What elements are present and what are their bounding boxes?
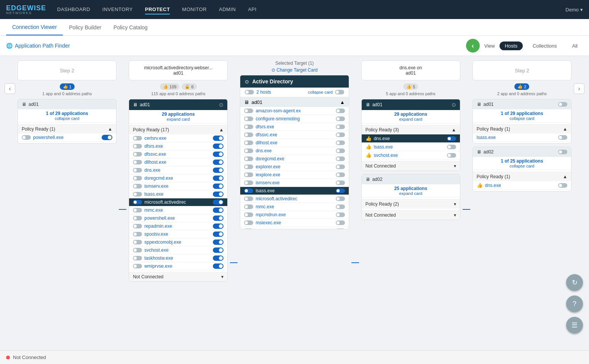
target-toggle-mpcmdrun[interactable] bbox=[244, 212, 253, 217]
target-switch-msiexec[interactable] bbox=[336, 220, 345, 225]
target-switch-dsregcmd[interactable] bbox=[336, 156, 345, 161]
col2-app-name-spoolsv[interactable]: spoolsv.exe bbox=[144, 231, 211, 237]
col2-app-name-mmc[interactable]: mmc.exe bbox=[144, 208, 211, 213]
target-host-count[interactable]: 2 hosts bbox=[256, 89, 305, 95]
tab-policy-builder[interactable]: Policy Builder bbox=[63, 20, 107, 35]
col2-toggle-powershell[interactable] bbox=[133, 216, 142, 220]
col2-app-name-dns[interactable]: dns.exe bbox=[144, 168, 211, 173]
target-toggle-powershell[interactable] bbox=[244, 228, 253, 229]
target-toggle-msiexec[interactable] bbox=[244, 220, 253, 225]
col4-ad01-card-link[interactable]: 29 applications expand card bbox=[366, 112, 456, 121]
view-all-button[interactable]: All bbox=[567, 42, 583, 50]
col2-toggle-dfsrs[interactable] bbox=[133, 144, 142, 148]
col2-policy-header[interactable]: Policy Ready (17) ▲ bbox=[129, 125, 227, 134]
col2-app-name-svchost[interactable]: svchost.exe bbox=[144, 247, 211, 253]
col2-app-name-repadmin[interactable]: repadmin.exe bbox=[144, 224, 211, 229]
col2-app-name-certsrv[interactable]: certsrv.exe bbox=[144, 136, 211, 141]
target-switch-lsass[interactable] bbox=[336, 188, 345, 193]
col4-app-name-dns[interactable]: dns.exe bbox=[374, 136, 445, 141]
col2-switch-powershell[interactable] bbox=[213, 216, 223, 221]
target-switch-msactivedirec[interactable] bbox=[336, 196, 345, 201]
col2-toggle-taskhostw[interactable] bbox=[133, 256, 142, 260]
prev-arrow[interactable]: ‹ bbox=[5, 83, 15, 94]
col2-app-name-dllhost[interactable]: dllhost.exe bbox=[144, 160, 211, 165]
target-toggle-dllhost[interactable] bbox=[244, 140, 253, 145]
col2-switch-svchost[interactable] bbox=[213, 247, 223, 253]
user-menu[interactable]: Demo ▾ bbox=[565, 7, 583, 13]
nav-admin[interactable]: ADMIN bbox=[219, 5, 236, 14]
target-toggle-ismserv[interactable] bbox=[244, 180, 253, 185]
col5-ad02-policy-header[interactable]: Policy Ready (1) ▲ bbox=[473, 172, 571, 181]
nav-protect[interactable]: PROTECT bbox=[145, 5, 170, 14]
target-switch-dfssvc[interactable] bbox=[336, 133, 345, 137]
col2-toggle-msactivedirec[interactable] bbox=[133, 200, 142, 204]
col2-settings-icon[interactable]: ⊙ bbox=[219, 102, 223, 108]
col2-app-name-dfssvc[interactable]: dfssvc.exe bbox=[144, 152, 211, 157]
col5-ad02-header-toggle[interactable] bbox=[558, 150, 567, 154]
target-app-name-mmc[interactable]: mmc.exe bbox=[255, 204, 333, 209]
col2-switch-sppext[interactable] bbox=[213, 239, 223, 245]
col2-toggle-sppext[interactable] bbox=[133, 240, 142, 244]
col1-card-link[interactable]: 1 of 29 applications collapse card bbox=[22, 111, 112, 121]
col4-ad01-policy-header[interactable]: Policy Ready (3) ▲ bbox=[362, 125, 460, 134]
col2-toggle-lsass[interactable] bbox=[133, 192, 142, 196]
target-switch-powershell[interactable] bbox=[336, 228, 345, 229]
view-collections-button[interactable]: Collections bbox=[527, 42, 562, 50]
col4-ad02-card-link[interactable]: 25 applications expand card bbox=[366, 186, 456, 196]
col2-app-name-wmiprvse[interactable]: wmiprvse.exe bbox=[144, 263, 211, 269]
tab-policy-catalog[interactable]: Policy Catalog bbox=[107, 20, 154, 35]
target-switch-mmc[interactable] bbox=[336, 204, 345, 209]
target-toggle-msactivedirec[interactable] bbox=[244, 196, 253, 201]
target-switch-dns[interactable] bbox=[336, 148, 345, 153]
tab-connection-viewer[interactable]: Connection Viewer bbox=[6, 19, 63, 35]
col2-switch-mmc[interactable] bbox=[213, 208, 223, 213]
target-app-name-dns[interactable]: dns.exe bbox=[255, 148, 333, 153]
col4-settings-icon[interactable]: ⊙ bbox=[452, 102, 456, 108]
target-app-name-configure[interactable]: configure-smremoting bbox=[255, 116, 333, 121]
col2-toggle-dllhost[interactable] bbox=[133, 160, 142, 164]
refresh-fab[interactable]: ↻ bbox=[566, 274, 583, 291]
col1-app-name-powershell[interactable]: powershell.exe bbox=[33, 135, 99, 140]
col5-ad01-policy-header[interactable]: Policy Ready (1) ▲ bbox=[473, 124, 571, 134]
col2-toggle-ismserv[interactable] bbox=[133, 184, 142, 188]
target-switch-explorer[interactable] bbox=[336, 164, 345, 169]
col2-app-name-sppext[interactable]: sppextcomobj.exe bbox=[144, 239, 211, 245]
target-toggle-configure[interactable] bbox=[244, 117, 253, 121]
target-app-name-powershell[interactable]: powershell.exe bbox=[255, 228, 333, 229]
help-fab[interactable]: ? bbox=[566, 295, 583, 312]
col4-switch-svchost[interactable] bbox=[447, 153, 456, 158]
col2-app-name-ismserv[interactable]: ismserv.exe bbox=[144, 184, 211, 189]
col2-toggle-wmiprvse[interactable] bbox=[133, 264, 142, 268]
target-switch-mpcmdrun[interactable] bbox=[336, 212, 345, 217]
target-toggle-iexplore[interactable] bbox=[244, 172, 253, 177]
target-host-toggle-right[interactable] bbox=[335, 90, 344, 94]
col2-switch-repadmin[interactable] bbox=[213, 224, 223, 229]
col2-app-name-powershell[interactable]: powershell.exe bbox=[144, 216, 211, 221]
nav-inventory[interactable]: INVENTORY bbox=[102, 5, 133, 14]
col2-toggle-dsregcmd[interactable] bbox=[133, 176, 142, 180]
target-app-name-dfsrs[interactable]: dfsrs.exe bbox=[255, 124, 333, 129]
col4-switch-dns[interactable] bbox=[447, 136, 456, 141]
col2-switch-dfsrs[interactable] bbox=[213, 144, 223, 149]
target-toggle-dfsrs[interactable] bbox=[244, 125, 253, 129]
target-app-name-dllhost[interactable]: dllhost.exe bbox=[255, 140, 333, 145]
next-arrow[interactable]: › bbox=[574, 83, 584, 94]
back-button[interactable]: ‹ bbox=[466, 39, 480, 53]
target-app-name-lsass[interactable]: lsass.exe bbox=[255, 188, 333, 193]
col2-app-name-lsass[interactable]: lsass.exe bbox=[144, 192, 211, 197]
col4-ad02-not-connected-header[interactable]: Not Connected ▾ bbox=[366, 212, 456, 218]
col5-switch-lsass[interactable] bbox=[558, 135, 567, 140]
col2-switch-dfssvc[interactable] bbox=[213, 152, 223, 157]
col1-toggle-powershell[interactable] bbox=[22, 135, 31, 140]
col2-switch-taskhostw[interactable] bbox=[213, 255, 223, 261]
target-app-name-ismserv[interactable]: ismserv.exe bbox=[255, 180, 333, 185]
col2-switch-certsrv[interactable] bbox=[213, 136, 223, 141]
target-app-name-dfssvc[interactable]: dfssvc.exe bbox=[255, 132, 333, 137]
col2-toggle-certsrv[interactable] bbox=[133, 136, 142, 140]
col2-switch-spoolsv[interactable] bbox=[213, 231, 223, 237]
target-app-name-explorer[interactable]: explorer.exe bbox=[255, 164, 333, 169]
target-switch-iexplore[interactable] bbox=[336, 172, 345, 177]
col2-app-name-taskhostw[interactable]: taskhostw.exe bbox=[144, 255, 211, 261]
target-app-name-dsregcmd[interactable]: dsregcmd.exe bbox=[255, 156, 333, 161]
target-switch-ismserv[interactable] bbox=[336, 180, 345, 185]
